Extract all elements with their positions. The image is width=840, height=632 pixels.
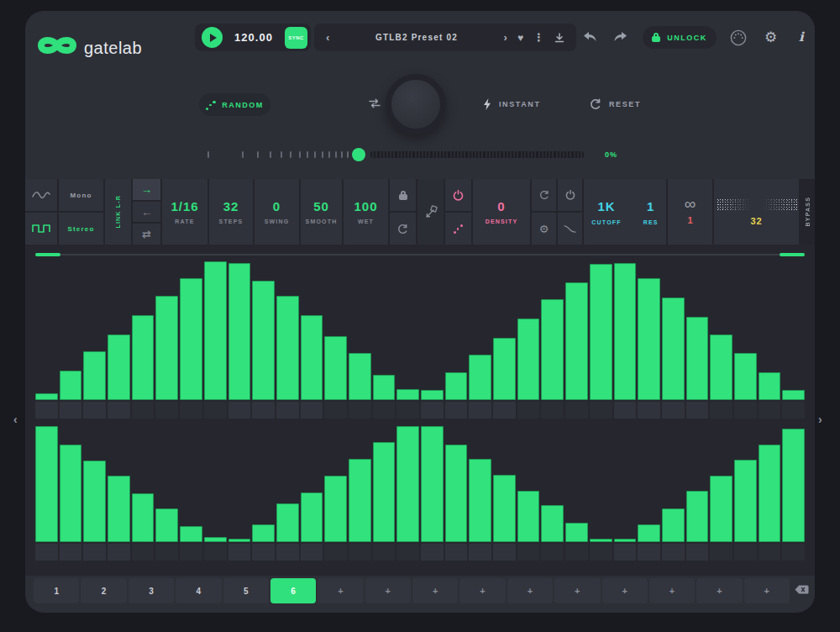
filter-power-button[interactable]: [558, 179, 582, 211]
throw-dice-button[interactable]: [417, 179, 444, 245]
pattern-add-slot[interactable]: +: [459, 578, 505, 603]
step-bar[interactable]: [35, 393, 58, 400]
play-button[interactable]: [202, 27, 223, 48]
step-grid-cell[interactable]: [469, 402, 491, 419]
step-bar[interactable]: [60, 371, 82, 400]
loop-end-handle[interactable]: [780, 253, 805, 256]
step-bar[interactable]: [662, 298, 685, 400]
step-bar[interactable]: [638, 524, 660, 542]
step-grid-cell[interactable]: [35, 544, 58, 561]
step-grid-cell[interactable]: [108, 544, 130, 561]
step-bar[interactable]: [324, 476, 347, 542]
rate-control[interactable]: 1/16 RATE: [162, 179, 207, 245]
step-grid-cell[interactable]: [60, 402, 82, 419]
step-grid-cell[interactable]: [396, 544, 419, 561]
step-grid-cell[interactable]: [108, 402, 130, 419]
randomize-amount-slider[interactable]: [206, 147, 584, 162]
step-grid-cell[interactable]: [228, 402, 251, 419]
smooth-control[interactable]: 50 SMOOTH: [301, 179, 342, 245]
step-grid-cell[interactable]: [60, 544, 82, 561]
step-bar[interactable]: [421, 390, 444, 400]
step-bar[interactable]: [204, 261, 227, 400]
pattern-add-slot[interactable]: +: [649, 578, 695, 603]
slider-thumb[interactable]: [352, 148, 365, 161]
step-bar[interactable]: [445, 445, 468, 542]
step-grid-cell[interactable]: [710, 402, 732, 419]
step-grid-cell[interactable]: [301, 402, 323, 419]
step-grid-cell[interactable]: [396, 402, 419, 419]
step-bar[interactable]: [782, 429, 805, 542]
stereo-button[interactable]: Stereo: [59, 213, 103, 245]
step-grid-cell[interactable]: [782, 544, 805, 561]
step-bar[interactable]: [35, 426, 58, 542]
step-bar[interactable]: [517, 319, 540, 400]
smooth-value[interactable]: 50: [313, 199, 329, 213]
step-bar[interactable]: [276, 296, 299, 400]
step-bar[interactable]: [710, 334, 732, 400]
step-grid-cell[interactable]: [565, 544, 588, 561]
step-bar[interactable]: [276, 503, 299, 542]
step-grid-cell[interactable]: [686, 544, 709, 561]
undo-icon[interactable]: [583, 32, 597, 42]
step-grid-cell[interactable]: [83, 544, 106, 561]
step-bar[interactable]: [734, 460, 757, 542]
step-grid-cell[interactable]: [710, 544, 732, 561]
step-grid-cell[interactable]: [590, 402, 612, 419]
loop-count-control[interactable]: ∞ 1: [668, 179, 712, 245]
step-bar[interactable]: [83, 461, 106, 542]
step-bar[interactable]: [108, 334, 130, 400]
step-grid-cell[interactable]: [204, 402, 227, 419]
next-page-chevron[interactable]: ›: [818, 413, 822, 426]
step-grid-cell[interactable]: [541, 544, 564, 561]
step-grid-cell[interactable]: [35, 402, 58, 419]
preset-next-chevron[interactable]: ›: [504, 31, 507, 44]
step-bar[interactable]: [83, 351, 106, 400]
swing-value[interactable]: 0: [273, 199, 281, 213]
pattern-add-slot[interactable]: +: [602, 578, 648, 603]
favorite-heart-icon[interactable]: ♥: [517, 32, 523, 44]
step-bar[interactable]: [493, 475, 516, 542]
step-bar[interactable]: [638, 278, 660, 400]
filter-curve-button[interactable]: [558, 213, 582, 245]
pattern-add-slot[interactable]: +: [507, 578, 553, 603]
step-bar[interactable]: [469, 355, 491, 400]
step-grid-cell[interactable]: [349, 544, 371, 561]
step-grid-cell[interactable]: [421, 402, 444, 419]
sequencer-top-bars[interactable]: [35, 259, 805, 400]
step-grid-cell[interactable]: [155, 544, 178, 561]
step-grid-cell[interactable]: [638, 402, 660, 419]
cutoff-value[interactable]: 1K: [597, 199, 615, 213]
step-grid-cell[interactable]: [469, 544, 491, 561]
step-grid-cell[interactable]: [132, 402, 155, 419]
step-bar[interactable]: [493, 338, 516, 400]
direction-left-button[interactable]: ←: [133, 202, 160, 223]
noise-value[interactable]: 32: [750, 216, 762, 226]
smooth-wave-mode-button[interactable]: [25, 179, 57, 211]
step-bar[interactable]: [662, 508, 685, 542]
step-bar[interactable]: [108, 476, 130, 542]
step-grid-cell[interactable]: [734, 402, 757, 419]
dither-control[interactable]: 32: [714, 179, 799, 245]
bypass-toggle[interactable]: BYPASS: [805, 197, 811, 226]
step-grid-cell[interactable]: [445, 544, 468, 561]
step-bar[interactable]: [541, 505, 564, 542]
step-bar[interactable]: [686, 317, 709, 400]
step-bar[interactable]: [60, 445, 82, 542]
step-bar[interactable]: [590, 539, 612, 542]
pattern-slot-5[interactable]: 5: [223, 578, 269, 603]
step-grid-cell[interactable]: [324, 544, 347, 561]
preset-name[interactable]: GTLB2 Preset 02: [339, 33, 493, 42]
step-bar[interactable]: [734, 353, 757, 400]
settings-gear-icon[interactable]: ⚙: [764, 29, 777, 46]
step-grid-cell[interactable]: [541, 402, 564, 419]
save-download-icon[interactable]: [554, 33, 564, 43]
step-bar[interactable]: [324, 336, 347, 400]
rate-value[interactable]: 1/16: [171, 199, 198, 213]
step-grid-cell[interactable]: [421, 544, 444, 561]
step-wave-mode-button[interactable]: [25, 213, 57, 245]
sync-button[interactable]: SYNC: [285, 27, 307, 49]
step-bar[interactable]: [614, 263, 637, 400]
pattern-slot-1[interactable]: 1: [34, 578, 79, 603]
density-control[interactable]: 0 DENSITY: [473, 179, 530, 245]
pattern-add-slot[interactable]: +: [696, 578, 742, 603]
